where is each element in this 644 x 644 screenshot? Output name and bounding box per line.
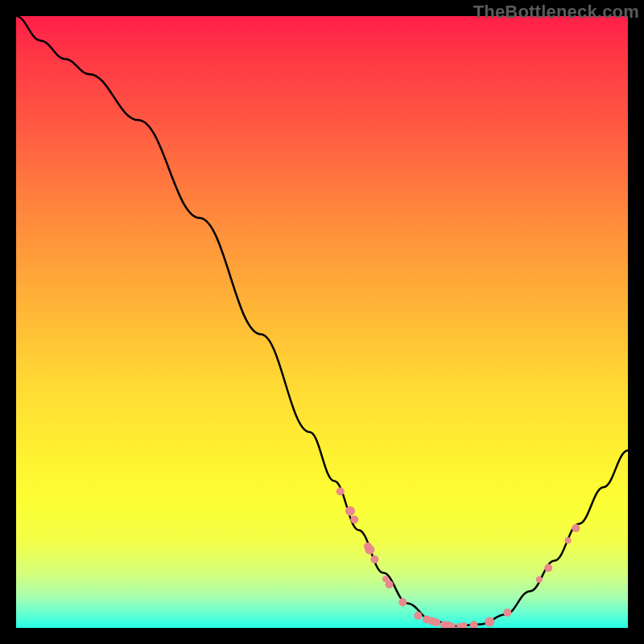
data-marker xyxy=(414,612,422,620)
data-marker xyxy=(536,576,543,583)
data-marker xyxy=(350,516,358,524)
watermark-text: TheBottleneck.com xyxy=(473,2,639,23)
chart-svg xyxy=(16,16,628,628)
data-marker xyxy=(503,609,511,617)
data-marker xyxy=(572,524,580,532)
data-marker xyxy=(370,555,378,564)
chart-frame: TheBottleneck.com xyxy=(0,0,644,644)
bottleneck-curve xyxy=(16,16,628,626)
data-marker xyxy=(565,537,572,543)
data-marker xyxy=(386,580,394,588)
data-marker xyxy=(485,617,494,626)
data-marker xyxy=(460,622,467,628)
data-marker xyxy=(365,545,374,555)
data-markers xyxy=(336,488,580,629)
data-marker xyxy=(432,618,440,626)
data-marker xyxy=(398,598,407,606)
data-marker xyxy=(470,621,478,628)
data-marker xyxy=(336,488,345,496)
data-marker xyxy=(345,506,355,516)
data-marker xyxy=(544,564,552,572)
